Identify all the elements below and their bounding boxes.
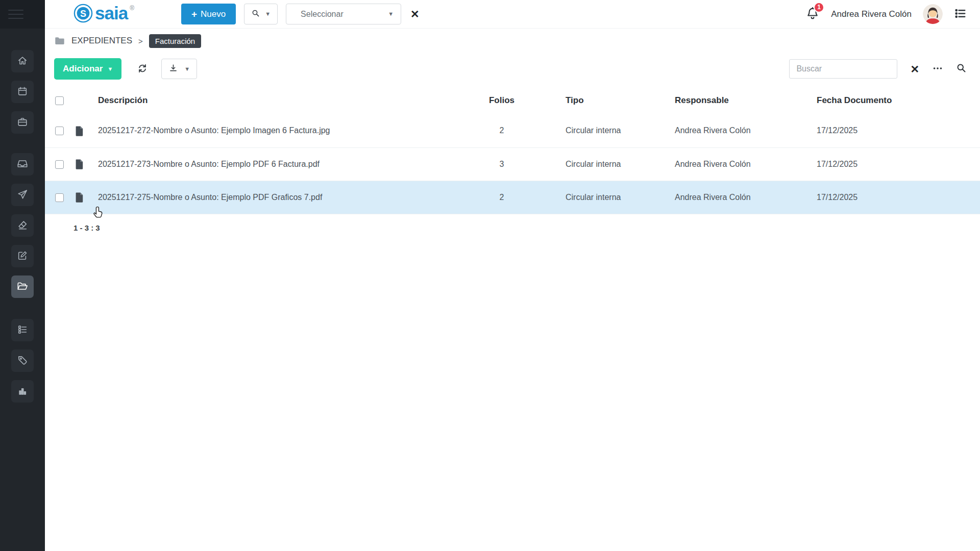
add-button[interactable]: Adicionar ▼ [54,58,121,80]
ellipsis-icon [932,63,943,76]
cell-tipo: Circular interna [548,181,657,214]
sidebar-group-bottom [11,319,34,403]
document-icon [74,125,98,137]
chevron-down-icon: ▼ [265,11,271,17]
topbar: S saia ® + Nuevo ▼ Seleccionar ▼ ✕ [45,0,980,29]
sidebar-item-inbox[interactable] [11,153,34,176]
close-icon: ✕ [410,8,420,20]
folder-icon [54,35,65,46]
list-icon [954,7,967,21]
table-row[interactable]: 20251217-273-Nombre o Asunto: Ejemplo PD… [45,147,980,181]
chevron-down-icon: ▼ [184,66,190,72]
cell-fecha: 17/12/2025 [799,147,980,181]
sidebar-group-top [11,50,34,134]
context-select-value: Seleccionar [301,10,344,19]
table-row-selected[interactable]: 20251217-275-Nombre o Asunto: Ejemplo PD… [45,181,980,214]
document-link[interactable]: 20251217-275-Nombre o Asunto: Ejemplo PD… [98,193,322,202]
sidebar-item-send[interactable] [11,184,34,206]
notification-badge: 1 [814,2,824,13]
sidebar-group-middle [11,153,34,298]
cell-responsable: Andrea Rivera Colón [657,114,799,147]
row-checkbox[interactable] [55,160,64,169]
tag-icon [17,355,28,367]
new-button[interactable]: + Nuevo [181,4,236,24]
context-select[interactable]: Seleccionar ▼ [286,4,401,24]
breadcrumb: EXPEDIENTES > Facturación [45,29,980,53]
inbox-icon [17,158,28,171]
sidebar [0,0,45,551]
sidebar-item-expedientes[interactable] [11,276,34,298]
avatar[interactable] [923,4,943,24]
breadcrumb-root[interactable]: EXPEDIENTES [71,36,132,46]
cell-tipo: Circular interna [548,147,657,181]
main-area: S saia ® + Nuevo ▼ Seleccionar ▼ ✕ [45,0,980,551]
document-icon [74,158,98,170]
bar-chart-icon [17,385,28,398]
bell-icon [805,13,820,22]
toolbar-right: ✕ [789,59,967,79]
clear-search-button[interactable]: ✕ [910,64,919,74]
breadcrumb-separator: > [138,37,143,45]
briefcase-icon [17,116,28,129]
sidebar-item-tags[interactable] [11,349,34,372]
calendar-icon [17,86,28,98]
cell-fecha: 17/12/2025 [799,181,980,214]
column-header-descripcion: Descripción [98,87,456,114]
logo-registered-mark: ® [130,5,134,12]
logo-text: saia [95,4,128,23]
cell-responsable: Andrea Rivera Colón [657,181,799,214]
cell-folios: 3 [456,147,548,181]
select-all-checkbox[interactable] [55,96,64,105]
documents-table: Descripción Folios Tipo Responsable Fech… [45,87,980,214]
sidebar-item-calendar[interactable] [11,81,34,103]
svg-text:S: S [80,8,86,18]
row-checkbox[interactable] [55,127,64,135]
modules-icon [17,324,28,337]
cell-responsable: Andrea Rivera Colón [657,147,799,181]
document-link[interactable]: 20251217-272-Nombre o Asunto: Ejemplo Im… [98,126,330,135]
topbar-right: 1 Andrea Rivera Colón [805,4,967,24]
download-icon [168,63,178,74]
notifications-button[interactable]: 1 [805,6,820,22]
user-name[interactable]: Andrea Rivera Colón [831,9,912,19]
refresh-icon [137,63,148,76]
column-header-folios: Folios [456,87,548,114]
more-options-button[interactable] [932,63,943,76]
saia-logo[interactable]: S saia ® [74,4,134,25]
close-icon: ✕ [910,64,919,74]
table-row[interactable]: 20251217-272-Nombre o Asunto: Ejemplo Im… [45,114,980,147]
add-button-label: Adicionar [63,64,103,74]
chevron-down-icon: ▼ [388,11,394,17]
new-button-label: Nuevo [201,9,226,19]
search-submit-button[interactable] [956,63,967,75]
clear-selection-button[interactable]: ✕ [410,9,420,19]
send-icon [17,189,28,202]
saia-logo-icon: S [74,4,93,25]
menu-list-button[interactable] [954,7,967,21]
refresh-button[interactable] [137,63,148,76]
table-header-row: Descripción Folios Tipo Responsable Fech… [45,87,980,114]
cell-folios: 2 [456,181,548,214]
eraser-icon [17,219,28,232]
sidebar-item-edit[interactable] [11,245,34,267]
column-header-responsable: Responsable [657,87,799,114]
search-icon [956,63,967,75]
chevron-down-icon: ▼ [107,66,113,72]
column-header-fecha-documento: Fecha Documento [799,87,980,114]
sidebar-item-reports[interactable] [11,380,34,403]
download-button[interactable]: ▼ [161,59,197,79]
search-dropdown-button[interactable]: ▼ [244,4,278,24]
sidebar-item-briefcase[interactable] [11,111,34,134]
sidebar-item-home[interactable] [11,50,34,72]
document-icon [74,191,98,203]
toolbar: Adicionar ▼ ▼ ✕ [45,53,980,85]
home-icon [17,55,28,68]
sidebar-item-eraser[interactable] [11,214,34,237]
document-link[interactable]: 20251217-273-Nombre o Asunto: Ejemplo PD… [98,160,320,168]
breadcrumb-current: Facturación [149,34,201,48]
edit-icon [17,250,28,263]
row-checkbox[interactable] [55,193,64,202]
folder-open-icon [17,281,28,293]
search-input[interactable] [789,59,897,79]
sidebar-item-modules[interactable] [11,319,34,341]
